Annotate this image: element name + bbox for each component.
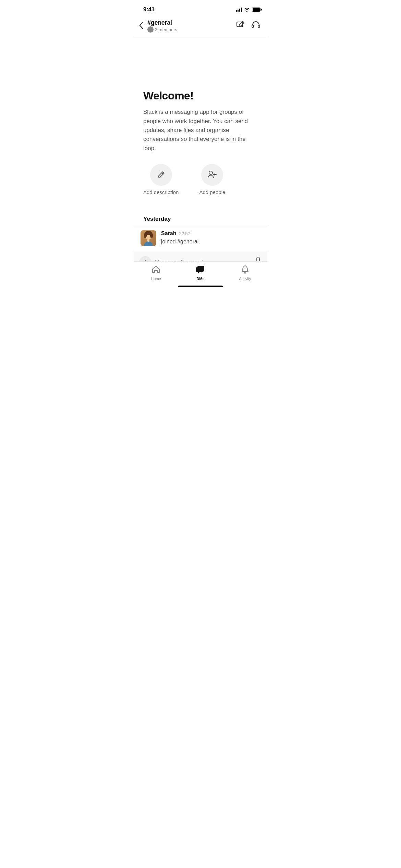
content-area: Welcome! Slack is a messaging app for gr… xyxy=(134,36,267,251)
bell-icon xyxy=(241,265,249,275)
welcome-section: Welcome! Slack is a messaging app for gr… xyxy=(134,76,267,210)
svg-rect-9 xyxy=(147,239,149,242)
svg-rect-2 xyxy=(258,25,260,27)
svg-point-8 xyxy=(145,231,151,235)
channel-name: #general xyxy=(147,19,177,26)
channel-members: 3 members xyxy=(147,26,177,33)
pencil-icon xyxy=(157,170,166,179)
compose-icon[interactable] xyxy=(236,20,245,32)
welcome-description: Slack is a messaging app for groups of p… xyxy=(143,108,258,153)
action-buttons: Add description Add people xyxy=(143,164,258,203)
home-indicator xyxy=(178,286,223,287)
status-icons xyxy=(236,8,260,12)
battery-icon xyxy=(252,8,260,12)
member-avatar-icon xyxy=(147,26,154,33)
home-icon xyxy=(151,265,160,275)
tab-dms-label: DMs xyxy=(196,277,204,281)
sender-name: Sarah xyxy=(161,230,176,237)
tab-activity[interactable]: Activity xyxy=(223,265,267,281)
dms-icon xyxy=(195,265,206,275)
table-row: Sarah 22:57 joined #general. xyxy=(134,227,267,251)
message-text: joined #general. xyxy=(161,238,260,245)
tab-activity-label: Activity xyxy=(239,277,251,281)
add-people-button[interactable]: Add people xyxy=(199,164,225,195)
person-add-icon xyxy=(207,170,217,179)
wifi-icon xyxy=(244,8,250,12)
add-people-label: Add people xyxy=(199,189,225,195)
tab-dms[interactable]: DMs xyxy=(178,265,223,281)
channel-header: #general 3 members xyxy=(134,16,267,36)
headphones-icon[interactable] xyxy=(251,20,260,32)
status-time: 9:41 xyxy=(143,6,155,13)
tab-home[interactable]: Home xyxy=(134,265,178,281)
svg-rect-1 xyxy=(252,25,254,27)
tab-bar: Home DMs Activity xyxy=(134,261,267,289)
signal-icon xyxy=(236,8,242,12)
tab-home-label: Home xyxy=(151,277,161,281)
status-bar: 9:41 xyxy=(134,0,267,16)
welcome-title: Welcome! xyxy=(143,89,258,102)
date-section-label: Yesterday xyxy=(134,210,267,227)
messages-section: Yesterday xyxy=(134,210,267,251)
avatar xyxy=(141,230,156,246)
back-button[interactable] xyxy=(139,22,143,31)
message-time: 22:57 xyxy=(179,231,190,236)
add-description-button[interactable]: Add description xyxy=(143,164,179,195)
add-description-label: Add description xyxy=(143,189,179,195)
